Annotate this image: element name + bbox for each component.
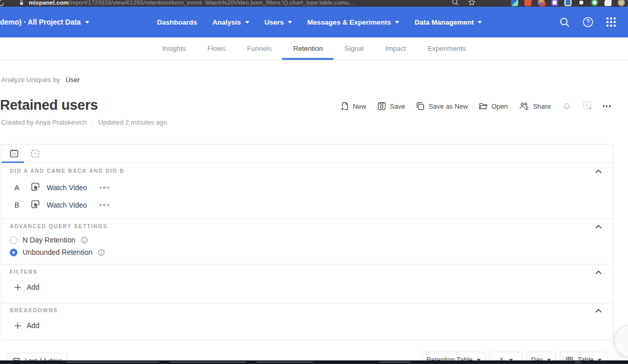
caret-down-icon: [288, 21, 292, 24]
plus-icon: [14, 322, 22, 330]
add-breakdown-button[interactable]: Add: [14, 321, 40, 330]
step-key-label: B: [13, 201, 21, 209]
save-button[interactable]: Save: [377, 102, 405, 111]
radio-off-icon[interactable]: [10, 236, 17, 244]
help-icon[interactable]: [582, 16, 594, 28]
collapse-breakdowns-chevron-up-icon[interactable]: [594, 307, 603, 317]
focus-cohort-tab-icon[interactable]: [30, 149, 40, 160]
tab-retention[interactable]: Retention: [282, 37, 333, 60]
step-options-button[interactable]: [100, 204, 110, 207]
url-domain: mixpanel.com: [29, 0, 69, 6]
byline-dot: ·: [91, 118, 93, 126]
active-panel-tab-underline: [2, 161, 24, 163]
query-builder-panel: DID A AND CAME BACK AND DID B A Watch Vi…: [1, 144, 614, 340]
extension-icons: [511, 0, 628, 7]
radio-label: Unbounded Retention: [23, 248, 92, 256]
unbounded-retention-radio[interactable]: Unbounded Retention: [10, 247, 105, 257]
nav-item-data-management[interactable]: Data Management: [415, 18, 482, 26]
search-icon[interactable]: [559, 16, 571, 28]
app-nav-bar: demo) · All Project Data Dashboards Anal…: [0, 7, 628, 37]
step-options-button[interactable]: [100, 187, 110, 189]
nav-item-dashboards[interactable]: Dashboards: [157, 18, 197, 26]
tab-experiments[interactable]: Experiments: [417, 37, 477, 60]
extension-icon-3[interactable]: [538, 0, 545, 6]
caret-down-icon: [245, 21, 249, 24]
browser-profile-icon[interactable]: [618, 0, 625, 6]
section-divider: [2, 218, 613, 219]
new-button[interactable]: New: [340, 102, 366, 111]
event-icon: [30, 181, 41, 194]
plus-icon: [14, 284, 22, 291]
created-by-text: Created by Anya Pratskevich: [1, 118, 87, 126]
report-tab-bar: Insights Flows Funnels Retention Signal …: [0, 37, 628, 60]
new-label: New: [353, 103, 366, 110]
reload-icon[interactable]: [0, 0, 5, 7]
apps-grid-icon[interactable]: [605, 16, 617, 28]
nav-right-icons: [559, 7, 617, 37]
nav-item-users[interactable]: Users: [265, 18, 292, 26]
share-users-icon: [519, 102, 529, 111]
search-icon[interactable]: [452, 0, 459, 6]
filters-section-title: FILTERS: [10, 269, 37, 275]
extension-icon-2[interactable]: [524, 0, 532, 6]
step-row-b: B Watch Video: [10, 197, 109, 213]
nday-retention-radio[interactable]: N Day Retention: [10, 235, 88, 245]
share-button[interactable]: Share: [519, 102, 551, 111]
save-as-new-button[interactable]: Save as New: [416, 102, 468, 111]
collapse-behavior-chevron-up-icon[interactable]: [594, 167, 603, 178]
tab-flows[interactable]: Flows: [197, 37, 236, 60]
step-key-label: A: [13, 184, 21, 192]
caret-down-icon: [478, 21, 482, 24]
report-toolbar: New Save Save as New Open Share: [340, 100, 611, 112]
project-switcher-label: demo) · All Project Data: [0, 18, 81, 26]
collapse-advanced-chevron-up-icon[interactable]: [594, 223, 603, 233]
extension-icon-1[interactable]: [511, 0, 518, 6]
extension-icon-6[interactable]: [578, 0, 585, 6]
updated-text: Updated 2 minutes ago: [98, 118, 167, 126]
extensions-puzzle-icon[interactable]: [604, 0, 612, 6]
info-icon[interactable]: [97, 249, 105, 256]
nav-item-messages-experiments[interactable]: Messages & Experiments: [307, 18, 399, 26]
url-path: /report/1729333/view/61255/retention#bor…: [69, 0, 354, 6]
step-event-dropdown[interactable]: Watch Video: [47, 201, 87, 209]
radio-on-icon[interactable]: [10, 249, 17, 256]
more-options-button[interactable]: [603, 105, 611, 107]
url-text[interactable]: mixpanel.com/report/1729333/view/61255/r…: [29, 0, 354, 7]
nav-item-label: Messages & Experiments: [307, 18, 391, 26]
add-to-board-icon[interactable]: [582, 100, 592, 112]
alerts-bell-icon[interactable]: [562, 100, 572, 112]
nav-item-analysis[interactable]: Analysis: [212, 18, 249, 26]
section-divider: [2, 303, 613, 304]
report-byline: Created by Anya Pratskevich · Updated 2 …: [1, 118, 167, 126]
info-icon[interactable]: [81, 236, 88, 244]
event-icon: [30, 199, 41, 212]
analyze-label: Analyze Uniques by: [1, 76, 60, 84]
step-event-dropdown[interactable]: Watch Video: [47, 184, 87, 192]
nav-item-label: Data Management: [415, 18, 474, 26]
extension-icon-7[interactable]: [591, 0, 598, 6]
bookmark-star-icon[interactable]: [468, 0, 476, 6]
browser-address-bar[interactable]: mixpanel.com/report/1729333/view/61255/r…: [0, 0, 628, 7]
add-filter-button[interactable]: Add: [14, 283, 40, 291]
step-row-a: A Watch Video: [10, 180, 109, 195]
breakdowns-section-title: BREAKDOWNS: [10, 307, 58, 313]
save-icon: [377, 102, 386, 111]
analyze-entity-dropdown[interactable]: User: [66, 76, 80, 84]
collapse-filters-chevron-up-icon[interactable]: [594, 268, 603, 279]
tab-signal[interactable]: Signal: [333, 37, 375, 60]
tab-insights[interactable]: Insights: [151, 37, 197, 60]
section-divider: [2, 264, 613, 265]
radio-label: N Day Retention: [23, 236, 75, 244]
tab-funnels[interactable]: Funnels: [236, 37, 282, 60]
retention-criteria-tab-icon[interactable]: [9, 149, 19, 160]
extension-icon-5[interactable]: [564, 0, 572, 6]
nav-item-label: Dashboards: [157, 18, 197, 26]
extension-icon-4[interactable]: [551, 0, 558, 6]
tab-impact[interactable]: Impact: [375, 37, 417, 60]
page-title[interactable]: Retained users: [0, 97, 98, 113]
help-launcher-button[interactable]: [614, 325, 628, 357]
open-button[interactable]: Open: [479, 102, 508, 111]
save-label: Save: [390, 103, 405, 110]
nav-items: Dashboards Analysis Users Messages & Exp…: [157, 7, 482, 37]
project-switcher[interactable]: demo) · All Project Data: [0, 7, 89, 37]
